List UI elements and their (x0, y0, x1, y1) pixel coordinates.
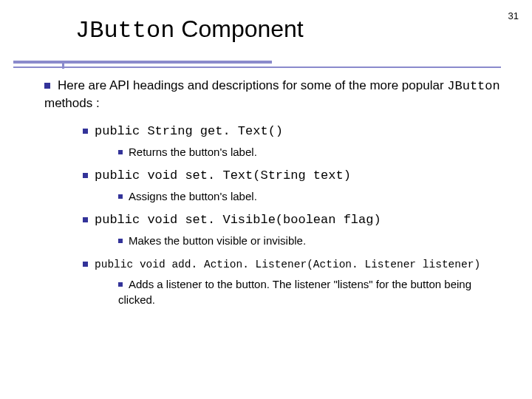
bullet-icon (83, 217, 88, 222)
intro-pre: Here are API headings and descriptions f… (58, 78, 447, 92)
method-desc: Assigns the button's label. (118, 189, 502, 204)
method-signature: public void add. Action. Listener(Action… (95, 259, 480, 270)
bullet-icon (118, 282, 123, 287)
slide-title: JButton Component (75, 16, 532, 44)
title-mono: JButton (75, 17, 174, 44)
bullet-icon (44, 83, 50, 89)
method-desc: Makes the button visible or invisible. (118, 233, 502, 248)
bullet-icon (83, 129, 88, 134)
method-desc-text: Adds a listener to the button. The liste… (118, 278, 471, 305)
bullet-icon (83, 262, 88, 267)
bullet-icon (118, 194, 123, 199)
method-item: public void set. Visible(boolean flag) (83, 211, 502, 229)
method-item: public void set. Text(String text) (83, 167, 502, 185)
method-desc: Returns the button's label. (118, 145, 502, 160)
bullet-icon (118, 239, 123, 243)
title-rule-top (13, 61, 272, 64)
intro-post: methods : (44, 96, 100, 110)
method-signature: public String get. Text() (95, 124, 283, 138)
title-area: JButton Component (0, 16, 532, 44)
method-desc-text: Returns the button's label. (129, 146, 257, 158)
method-item: public String get. Text() (83, 123, 502, 140)
intro-mono: JButton (447, 79, 499, 93)
method-signature: public void set. Text(String text) (95, 168, 351, 183)
title-rest: Component (174, 16, 303, 42)
method-desc: Adds a listener to the button. The liste… (118, 277, 502, 307)
slide: 31 JButton Component Here are API headin… (0, 0, 532, 399)
content: Here are API headings and descriptions f… (44, 78, 502, 312)
intro-line: Here are API headings and descriptions f… (44, 78, 502, 112)
bullet-icon (83, 173, 88, 178)
bullet-icon (118, 150, 123, 154)
method-item: public void add. Action. Listener(Action… (83, 256, 502, 273)
method-signature: public void set. Visible(boolean flag) (95, 213, 381, 227)
title-rule-bottom (13, 66, 501, 68)
method-desc-text: Assigns the button's label. (129, 190, 257, 202)
method-desc-text: Makes the button visible or invisible. (129, 234, 306, 247)
